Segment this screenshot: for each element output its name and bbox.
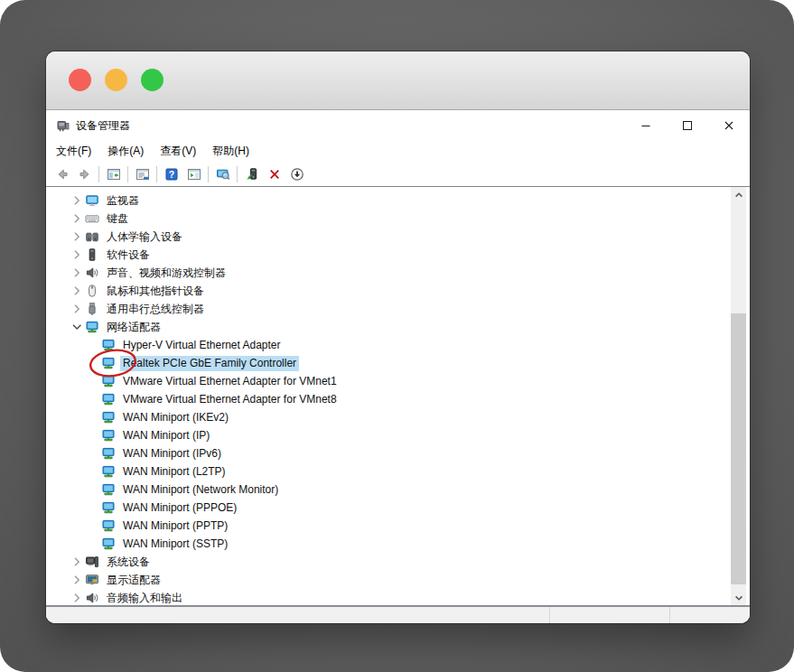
tree-item-label: 网络适配器 [104, 318, 163, 336]
update-driver-button[interactable] [240, 164, 263, 184]
display-adapter-icon [85, 573, 99, 587]
tree-item-label: VMware Virtual Ethernet Adapter for VMne… [120, 374, 340, 389]
desktop-backdrop: 设备管理器 文件(F)操作(A)查看(V)帮助(H) ? 监视器键盘人体学输入设… [0, 0, 794, 672]
tree-item[interactable]: 显示适配器 [46, 571, 728, 589]
network-adapter-icon [101, 482, 116, 497]
tree-item[interactable]: WAN Miniport (L2TP) [46, 462, 728, 481]
tree-item-label: WAN Miniport (IPv6) [120, 446, 224, 462]
tree-item[interactable]: 音频输入和输出 [46, 589, 728, 606]
scan-hardware-icon [216, 167, 230, 182]
chevron-down-icon [70, 320, 84, 334]
scan-hardware-button[interactable] [211, 164, 234, 184]
window-titlebar: 设备管理器 [46, 110, 750, 141]
tree-item[interactable]: WAN Miniport (PPTP) [46, 517, 728, 535]
network-adapter-icon [101, 518, 116, 533]
hid-icon [85, 229, 99, 244]
chevron-right-icon[interactable] [70, 193, 84, 208]
chevron-right-icon[interactable] [70, 302, 84, 316]
scroll-up-button[interactable] [731, 187, 746, 202]
network-adapter-icon [101, 428, 116, 443]
scrollbar-track[interactable] [731, 202, 746, 590]
zoom-light[interactable] [141, 69, 163, 91]
mac-titlebar[interactable] [46, 51, 750, 110]
tree-item[interactable]: Realtek PCIe GbE Family Controller [46, 354, 728, 372]
help-button[interactable]: ? [160, 164, 182, 184]
menu-item[interactable]: 帮助(H) [204, 141, 257, 162]
action-pane-icon [187, 167, 201, 182]
chevron-right-icon[interactable] [70, 229, 84, 244]
properties-icon [135, 167, 150, 182]
chevron-down-icon[interactable] [70, 320, 84, 334]
chevron-right-icon [70, 266, 84, 280]
forward-button[interactable] [73, 164, 96, 184]
keyboard-icon [85, 211, 99, 226]
tree-item[interactable]: 软件设备 [46, 246, 728, 264]
chevron-right-icon[interactable] [70, 573, 84, 587]
tree-item-label: Hyper-V Virtual Ethernet Adapter [120, 338, 284, 353]
chevron-right-icon [70, 591, 84, 605]
minimize-icon [639, 118, 653, 133]
tree-item-label: 监视器 [104, 191, 142, 210]
tree-item[interactable]: WAN Miniport (IPv6) [46, 444, 728, 462]
tree-item-label: WAN Miniport (PPPOE) [120, 500, 239, 516]
network-adapter-icon [101, 356, 116, 370]
window-title: 设备管理器 [76, 118, 130, 134]
close-light[interactable] [69, 69, 91, 91]
tree-item[interactable]: WAN Miniport (IP) [46, 426, 728, 444]
vertical-scrollbar[interactable] [731, 187, 746, 605]
tree-item-label: WAN Miniport (SSTP) [120, 537, 230, 552]
tree-item[interactable]: 监视器 [46, 191, 728, 210]
tree-item-label: 人体学输入设备 [104, 228, 185, 246]
tree-item[interactable]: 鼠标和其他指针设备 [46, 282, 728, 300]
system-device-icon [85, 555, 99, 569]
close-button[interactable] [708, 110, 750, 141]
tree-item-label: WAN Miniport (IKEv2) [120, 410, 231, 425]
tree-item[interactable]: 声音、视频和游戏控制器 [46, 264, 728, 282]
tree-item[interactable]: 键盘 [46, 210, 728, 228]
uninstall-device-button[interactable] [263, 164, 285, 184]
tree-item[interactable]: 网络适配器 [46, 318, 728, 336]
network-adapter-icon [85, 320, 99, 334]
chevron-right-icon[interactable] [70, 591, 84, 605]
keyboard-icon [85, 211, 99, 226]
chevron-right-icon[interactable] [70, 247, 84, 262]
tree-item[interactable]: WAN Miniport (SSTP) [46, 535, 728, 553]
menu-item[interactable]: 操作(A) [99, 141, 152, 162]
minimize-button[interactable] [625, 110, 667, 141]
tree-item[interactable]: WAN Miniport (IKEv2) [46, 408, 728, 426]
chevron-right-icon[interactable] [70, 284, 84, 298]
tree-item-label: 声音、视频和游戏控制器 [104, 264, 229, 282]
speaker-icon [85, 266, 99, 280]
maximize-button[interactable] [667, 110, 708, 141]
tree-indent [86, 500, 100, 515]
tree-indent [86, 518, 100, 533]
network-adapter-icon [101, 392, 116, 406]
menu-item[interactable]: 查看(V) [152, 141, 204, 162]
tree-item[interactable]: 通用串行总线控制器 [46, 300, 728, 318]
action-pane-button[interactable] [182, 164, 205, 184]
chevron-right-icon[interactable] [70, 555, 84, 569]
scrollbar-thumb[interactable] [731, 313, 746, 584]
menu-item[interactable]: 文件(F) [48, 141, 99, 162]
chevron-right-icon[interactable] [70, 266, 84, 280]
tree-item[interactable]: 系统设备 [46, 553, 728, 571]
tree-item[interactable]: WAN Miniport (PPPOE) [46, 499, 728, 517]
mouse-icon [85, 284, 99, 298]
tree-item[interactable]: VMware Virtual Ethernet Adapter for VMne… [46, 390, 728, 408]
scroll-down-button[interactable] [731, 590, 746, 605]
tree-item[interactable]: 人体学输入设备 [46, 228, 728, 246]
disable-device-button[interactable] [285, 164, 308, 184]
help-icon: ? [164, 167, 179, 182]
console-tree-button[interactable] [102, 164, 125, 184]
chevron-right-icon[interactable] [70, 211, 84, 226]
properties-button[interactable] [131, 164, 154, 184]
tree-item[interactable]: VMware Virtual Ethernet Adapter for VMne… [46, 372, 728, 390]
tree-item-label: WAN Miniport (Network Monitor) [120, 482, 281, 498]
disable-device-icon [290, 167, 304, 182]
tree-item[interactable]: Hyper-V Virtual Ethernet Adapter [46, 336, 728, 354]
back-button[interactable] [51, 164, 73, 184]
scroll-down-icon [732, 591, 746, 605]
minimize-light[interactable] [105, 69, 127, 91]
hid-icon [85, 229, 99, 244]
tree-item[interactable]: WAN Miniport (Network Monitor) [46, 481, 728, 499]
